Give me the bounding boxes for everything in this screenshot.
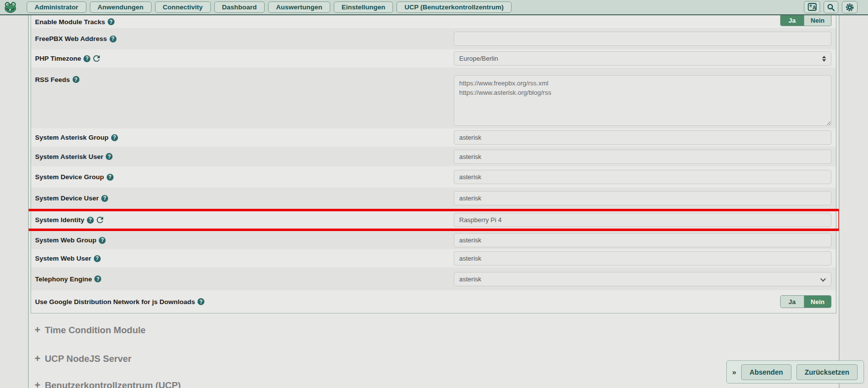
freepbx-advanced-settings-screen: Administrator Anwendungen Connectivity D… xyxy=(0,0,868,388)
help-icon[interactable]: ? xyxy=(87,217,94,224)
help-icon[interactable]: ? xyxy=(101,195,108,202)
system-web-group-input[interactable] xyxy=(454,233,831,247)
selected-option: Europe/Berlin xyxy=(459,55,498,62)
language-translate-button[interactable]: A xyxy=(804,1,820,13)
help-icon[interactable]: ? xyxy=(83,55,90,62)
plus-icon: + xyxy=(35,353,40,364)
freepbx-frog-logo[interactable] xyxy=(4,1,17,13)
row-system-device-user: System Device User ? xyxy=(31,188,836,209)
collapse-arrow[interactable]: » xyxy=(732,368,736,376)
settings-section: Enable Module Tracks ? Ja Nein FreePBX W… xyxy=(31,15,836,313)
help-icon[interactable]: ? xyxy=(107,174,114,181)
settings-gear-button[interactable] xyxy=(842,1,858,13)
help-icon[interactable]: ? xyxy=(99,237,106,244)
section-benutzerkontrollzentrum[interactable]: + Benutzerkontrollzentrum (UCP) xyxy=(35,380,181,388)
section-time-condition-module[interactable]: + Time Condition Module xyxy=(35,324,146,336)
setting-label: PHP Timezone xyxy=(35,55,81,62)
help-icon[interactable]: ? xyxy=(94,275,101,282)
setting-label: RSS Feeds xyxy=(35,76,70,83)
section-title: Benutzerkontrollzentrum (UCP) xyxy=(45,380,181,388)
toggle-nein[interactable]: Nein xyxy=(804,296,831,308)
row-system-device-group: System Device Group ? xyxy=(31,166,836,188)
rss-feeds-textarea[interactable]: https://www.freepbx.org/rss.xml https://… xyxy=(454,75,831,126)
toggle-nein[interactable]: Nein xyxy=(804,15,831,26)
help-icon[interactable]: ? xyxy=(73,76,79,83)
toggle-ja[interactable]: Ja xyxy=(781,296,804,308)
svg-text:A: A xyxy=(812,5,816,10)
setting-label: System Device User xyxy=(35,194,99,202)
toggle-ja[interactable]: Ja xyxy=(781,15,804,26)
telephony-engine-select[interactable]: asterisk xyxy=(454,272,831,286)
gear-icon xyxy=(845,3,854,12)
plus-icon: + xyxy=(35,380,40,388)
top-navbar: Administrator Anwendungen Connectivity D… xyxy=(0,0,868,15)
chevron-down-icon xyxy=(820,276,826,281)
reset-button[interactable]: Zurücksetzen xyxy=(796,364,858,380)
search-icon xyxy=(827,3,835,11)
row-enable-module-tracks: Enable Module Tracks ? Ja Nein xyxy=(31,15,836,28)
help-icon[interactable]: ? xyxy=(94,255,101,262)
section-title: UCP NodeJS Server xyxy=(45,353,132,364)
nav-tab-einstellungen[interactable]: Einstellungen xyxy=(334,1,394,13)
row-system-web-user: System Web User ? xyxy=(31,249,836,268)
help-icon[interactable]: ? xyxy=(110,36,117,42)
nav-tab-connectivity[interactable]: Connectivity xyxy=(155,1,211,13)
system-asterisk-group-input[interactable] xyxy=(454,130,831,145)
row-system-web-group: System Web Group ? xyxy=(31,231,836,249)
row-telephony-engine: Telephony Engine ? asterisk xyxy=(31,268,836,290)
setting-label: System Asterisk User xyxy=(35,153,103,160)
setting-label: System Asterisk Group xyxy=(35,134,109,141)
nav-tab-auswertungen[interactable]: Auswertungen xyxy=(268,1,330,13)
refresh-icon[interactable] xyxy=(97,217,103,223)
section-title: Time Condition Module xyxy=(45,325,146,336)
row-rss-feeds: RSS Feeds ? https://www.freepbx.org/rss.… xyxy=(31,68,836,128)
google-cdn-toggle: Ja Nein xyxy=(780,295,831,308)
help-icon[interactable]: ? xyxy=(108,18,115,25)
system-identity-input[interactable] xyxy=(454,213,831,227)
translate-icon: A xyxy=(808,3,817,11)
help-icon[interactable]: ? xyxy=(106,153,113,160)
plus-icon: + xyxy=(35,324,40,336)
system-web-user-input[interactable] xyxy=(454,251,831,266)
nav-tab-ucp[interactable]: UCP (Benutzerkontrollzentrum) xyxy=(396,1,512,13)
section-ucp-nodejs-server[interactable]: + UCP NodeJS Server xyxy=(35,353,131,364)
row-google-cdn: Use Google Distribution Network for js D… xyxy=(31,290,836,313)
navbar-icon-group: A xyxy=(804,1,858,13)
setting-label: System Device Group xyxy=(35,173,104,181)
system-asterisk-user-input[interactable] xyxy=(454,150,831,164)
row-system-asterisk-user: System Asterisk User ? xyxy=(31,147,836,166)
action-bar: » Absenden Zurücksetzen xyxy=(726,360,864,384)
content-panel: Enable Module Tracks ? Ja Nein FreePBX W… xyxy=(28,15,839,388)
setting-label: Enable Module Tracks xyxy=(35,18,105,26)
select-updown-icon xyxy=(822,56,826,62)
freepbx-web-address-input[interactable] xyxy=(454,32,831,46)
nav-tab-dashboard[interactable]: Dashboard xyxy=(214,1,265,13)
search-button[interactable] xyxy=(824,1,838,13)
setting-label: System Identity xyxy=(35,216,84,224)
enable-module-tracks-toggle: Ja Nein xyxy=(780,15,831,26)
system-device-group-input[interactable] xyxy=(454,170,831,184)
setting-label: Telephony Engine xyxy=(35,275,92,283)
refresh-icon[interactable] xyxy=(93,55,100,62)
setting-label: System Web Group xyxy=(35,236,96,244)
nav-tab-anwendungen[interactable]: Anwendungen xyxy=(90,1,152,13)
setting-label: System Web User xyxy=(35,255,91,262)
row-php-timezone: PHP Timezone ? Europe/Berlin xyxy=(31,49,836,68)
system-device-user-input[interactable] xyxy=(454,191,831,205)
help-icon[interactable]: ? xyxy=(197,298,204,305)
nav-tab-administrator[interactable]: Administrator xyxy=(27,1,86,13)
help-icon[interactable]: ? xyxy=(111,134,118,141)
row-freepbx-web-address: FreePBX Web Address ? xyxy=(31,28,836,49)
submit-button[interactable]: Absenden xyxy=(741,364,791,380)
setting-label: Use Google Distribution Network for js D… xyxy=(35,298,195,306)
row-system-identity: System Identity ? xyxy=(31,209,836,231)
row-system-asterisk-group: System Asterisk Group ? xyxy=(31,128,836,147)
php-timezone-select[interactable]: Europe/Berlin xyxy=(454,51,831,66)
setting-label: FreePBX Web Address xyxy=(35,35,107,42)
selected-option: asterisk xyxy=(459,275,481,283)
